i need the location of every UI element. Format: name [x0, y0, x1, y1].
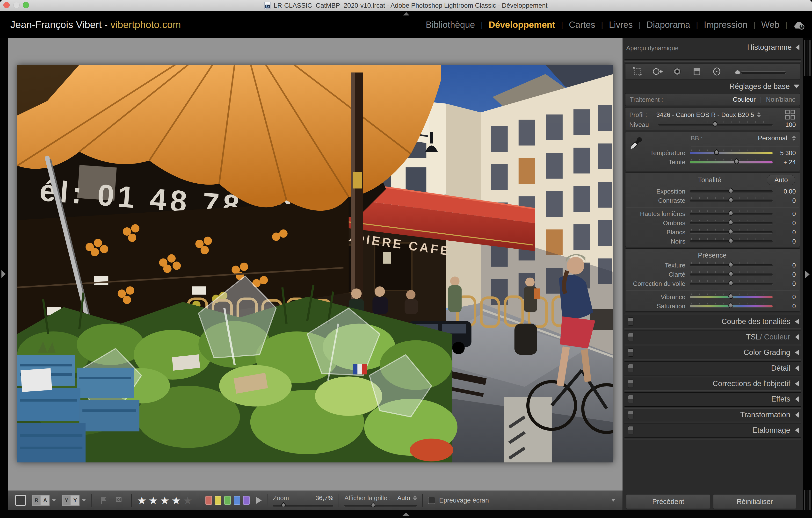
contrast-slider[interactable] — [690, 200, 773, 202]
exposure-slider[interactable] — [690, 190, 773, 192]
temperature-slider[interactable] — [690, 152, 773, 154]
panel-toggle[interactable] — [628, 317, 633, 326]
panel-lens-corrections[interactable]: Corrections de l'objectif — [623, 377, 803, 390]
brand-site[interactable]: vibertphoto.com — [111, 19, 181, 30]
top-panel-toggle-icon[interactable] — [403, 12, 409, 16]
grid-mode[interactable]: Auto — [397, 494, 417, 502]
previous-button[interactable]: Précédent — [626, 494, 710, 509]
clarity-slider[interactable] — [690, 274, 773, 276]
filmstrip-toggle-icon[interactable] — [402, 513, 410, 516]
star-icon[interactable]: ★ — [171, 494, 183, 507]
zoom-slider[interactable] — [273, 505, 333, 507]
reset-button[interactable]: Réinitialiser — [713, 494, 796, 509]
shadows-slider[interactable] — [690, 222, 773, 224]
module-developpement[interactable]: Développement — [488, 20, 556, 30]
right-panel-toggle-icon[interactable] — [805, 271, 810, 278]
blacks-slider[interactable] — [690, 240, 773, 243]
whites-slider[interactable] — [690, 231, 773, 234]
color-label-red[interactable] — [205, 496, 212, 505]
profile-browser-icon[interactable] — [785, 109, 796, 120]
color-label-yellow[interactable] — [215, 496, 221, 505]
module-cartes[interactable]: Cartes — [568, 20, 596, 30]
panel-transform[interactable]: Transformation — [623, 408, 803, 421]
panel-toggle[interactable] — [628, 364, 633, 372]
before-after-tb-button[interactable]: Y Y — [62, 495, 86, 506]
panel-toggle[interactable] — [628, 395, 633, 403]
tint-slider[interactable] — [690, 161, 773, 163]
panel-calibration[interactable]: Etalonnage — [623, 424, 803, 437]
module-livres[interactable]: Livres — [608, 20, 634, 30]
panel-toggle[interactable] — [628, 333, 633, 341]
grid-stepper-icon[interactable] — [413, 495, 417, 500]
star-rating[interactable]: ★★★★★ — [137, 494, 194, 507]
adjustment-brush-tool-icon[interactable] — [731, 66, 791, 77]
color-label-purple[interactable] — [243, 496, 250, 505]
module-impression[interactable]: Impression — [703, 20, 749, 30]
develop-right-panel: Aperçu dynamique Histogramme — [622, 38, 803, 510]
texture-slider[interactable] — [690, 264, 773, 267]
grid-slider[interactable] — [344, 505, 417, 507]
chevron-down-icon[interactable] — [52, 499, 56, 501]
star-icon[interactable]: ★ — [137, 494, 148, 507]
pick-flag-icon[interactable] — [99, 495, 109, 505]
loupe-view-button[interactable] — [15, 495, 26, 506]
cloud-sync-alert-icon[interactable]: ! — [792, 20, 805, 30]
red-eye-tool-icon[interactable] — [671, 66, 683, 77]
zoom-window-button[interactable] — [23, 2, 29, 8]
highlights-slider[interactable] — [690, 213, 773, 215]
close-button[interactable] — [3, 2, 10, 8]
soft-proof-checkbox[interactable] — [428, 497, 435, 504]
treatment-bw-option[interactable]: Noir/blanc — [766, 96, 795, 103]
toolbar-options-icon[interactable] — [611, 499, 615, 501]
panel-tone-curve[interactable]: Courbe des tonalités — [623, 315, 803, 328]
star-icon[interactable]: ★ — [148, 494, 160, 507]
basic-panel-header[interactable]: Réglages de base — [729, 82, 800, 91]
left-panel-toggle-icon[interactable] — [1, 270, 6, 278]
profile-stepper-icon[interactable] — [757, 112, 761, 117]
module-diaporama[interactable]: Diaporama — [645, 20, 691, 30]
grid-label: Afficher la grille : — [344, 494, 391, 502]
amount-value[interactable]: 100 — [773, 121, 796, 128]
module-picker: Jean-François Vibert - vibertphoto.com B… — [0, 11, 812, 38]
dehaze-slider[interactable] — [690, 283, 773, 285]
panel-toggle[interactable] — [628, 348, 633, 357]
before-after-lr-button[interactable]: R A — [32, 495, 56, 506]
soft-proof-control: Epreuvage écran — [428, 497, 489, 504]
panel-toggle[interactable] — [628, 411, 633, 419]
collapse-icon — [795, 412, 799, 418]
amount-slider[interactable] — [658, 124, 773, 126]
panel-color-grading[interactable]: Color Grading — [623, 346, 803, 359]
panel-toggle[interactable] — [628, 379, 633, 388]
panel-scrollbar[interactable] — [804, 40, 811, 76]
play-slideshow-icon[interactable] — [256, 497, 262, 504]
tone-auto-button[interactable]: Auto — [767, 175, 795, 185]
vibrance-slider[interactable] — [690, 296, 773, 298]
profile-value[interactable]: 3426 - Canon EOS R - Doux B20 5 — [656, 111, 754, 119]
zoom-value[interactable]: 36,7% — [316, 494, 334, 502]
wb-stepper-icon[interactable] — [792, 135, 796, 141]
color-label-blue[interactable] — [234, 496, 240, 505]
chevron-down-icon[interactable] — [82, 499, 86, 501]
minimize-button[interactable] — [13, 2, 20, 8]
color-label-green[interactable] — [224, 496, 231, 505]
radial-filter-tool-icon[interactable] — [711, 66, 723, 77]
panel-detail[interactable]: Détail — [623, 362, 803, 375]
spot-removal-tool-icon[interactable] — [651, 66, 663, 77]
saturation-slider[interactable] — [690, 305, 773, 307]
wb-eyedropper-icon[interactable] — [629, 134, 644, 151]
photo-paris-street[interactable]: LA RIMAUDIERE CAFE él: 01 48 78 29 38 — [17, 65, 613, 462]
reject-flag-icon[interactable] — [114, 495, 123, 505]
module-bibliotheque[interactable]: Bibliothèque — [425, 20, 476, 30]
module-web[interactable]: Web — [760, 20, 780, 30]
graduated-filter-tool-icon[interactable] — [691, 66, 703, 77]
star-icon[interactable]: ★ — [160, 494, 171, 507]
crop-tool-icon[interactable] — [632, 66, 643, 77]
smart-preview-label[interactable]: Aperçu dynamique — [626, 44, 678, 52]
panel-toggle[interactable] — [628, 426, 633, 434]
panel-hsl-color[interactable]: TSL / Couleur — [623, 331, 803, 343]
star-icon[interactable]: ★ — [183, 494, 194, 507]
panel-effects[interactable]: Effets — [623, 393, 803, 406]
treatment-color-option[interactable]: Couleur — [733, 96, 756, 103]
histogram-header[interactable]: Histogramme — [747, 43, 800, 52]
wb-value[interactable]: Personnal. — [758, 134, 789, 142]
